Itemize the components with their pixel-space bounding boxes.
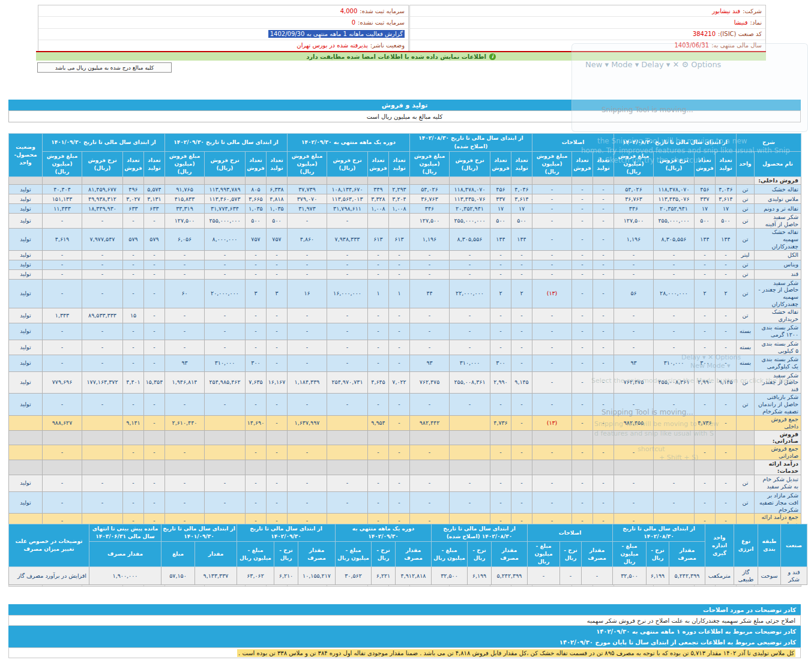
value-cell: - xyxy=(572,185,593,194)
empty-cell xyxy=(532,430,572,445)
value-cell: - xyxy=(614,250,654,260)
value-cell: ۱۲۷,۵۰۰ xyxy=(410,214,450,229)
value-cell: ۵,۵۷۴ xyxy=(144,185,165,194)
value-cell: - xyxy=(716,415,737,430)
column-header: صنعت xyxy=(781,524,807,567)
value-cell: ۱ xyxy=(368,279,389,308)
value-cell: - xyxy=(205,394,246,416)
column-header: مبلغ xyxy=(161,542,195,567)
value-cell: - xyxy=(267,250,288,260)
value-cell: ۱,۳۴۳ xyxy=(43,308,82,323)
value-cell: - xyxy=(593,340,614,355)
info-label: نماد: xyxy=(750,19,762,26)
value-cell: - xyxy=(205,308,246,323)
table-row: شکر بسته بندی ۵ کیلوییبسته--------------… xyxy=(9,340,801,355)
value-cell: - xyxy=(368,250,389,260)
empty-cell xyxy=(737,460,755,475)
empty-cell xyxy=(572,177,593,185)
value-cell: ۹۸۲,۴۴۲ xyxy=(410,415,450,430)
product-name-cell: تفاله خشک خریداری xyxy=(755,308,801,323)
empty-cell xyxy=(82,430,123,445)
value-cell: - xyxy=(123,491,144,514)
value-cell: ۳۴۹ xyxy=(368,185,389,194)
column-header: تعداد فروش xyxy=(490,152,511,177)
value-cell: - xyxy=(368,260,389,269)
column-header: مبلغ - میلیون ریال xyxy=(336,542,372,567)
value-cell: ۳۰۰ xyxy=(695,355,716,371)
value-cell: - xyxy=(532,371,572,394)
value-cell: ۴,۶۱۹ xyxy=(43,228,82,250)
value-cell: - xyxy=(205,491,246,514)
value-cell: - xyxy=(695,491,716,514)
column-header: مقدار مصرف xyxy=(89,542,161,567)
unit-cell: تن xyxy=(737,308,755,323)
value-cell: (۱۳) xyxy=(532,279,572,308)
value-cell: ۱,۰۰۸ xyxy=(389,204,410,214)
info-value: 4,000 xyxy=(340,8,358,14)
column-header: تعداد فروش xyxy=(368,152,389,177)
empty-cell xyxy=(654,177,695,185)
value-cell: - xyxy=(450,394,490,416)
value-cell: ۹۳ xyxy=(410,355,450,371)
empty-cell xyxy=(450,177,490,185)
empty-cell xyxy=(165,430,205,445)
unit-cell: بسته xyxy=(737,355,755,371)
value-cell: - xyxy=(572,279,593,308)
value-cell: ۸۰۵ xyxy=(246,185,267,194)
value-cell: ۱,۰۳۵ xyxy=(267,204,288,214)
empty-cell xyxy=(165,460,205,475)
product-name-cell: شکر سفید حاصل از چغندر - سهمیه چغندرکارا… xyxy=(755,279,801,308)
value-cell: ۳۳۷ xyxy=(490,194,511,204)
status-cell: تولید xyxy=(9,214,43,229)
value-cell xyxy=(654,445,695,460)
value-cell: ۱۴,۶۹۰ xyxy=(246,415,267,430)
value-cell: - xyxy=(144,269,165,279)
value-cell: ۹۸۲,۴۵۵ xyxy=(614,415,654,430)
value-cell: ۳۰,۵۶۲ xyxy=(336,567,372,585)
empty-cell xyxy=(205,177,246,185)
value-cell: - xyxy=(144,250,165,260)
value-cell: - xyxy=(654,323,695,340)
value-cell: ۷,۹۳۸,۳۳۳ xyxy=(327,228,368,250)
value-cell: ۵۰۰ xyxy=(695,214,716,229)
value-cell: - xyxy=(593,269,614,279)
value-cell: - xyxy=(43,214,82,229)
signature-match-notice: i اطلاعات نمایش داده شده با اطلاعات امضا… xyxy=(36,52,766,61)
value-cell: - xyxy=(593,214,614,229)
value-cell: - xyxy=(368,355,389,371)
empty-cell xyxy=(614,177,654,185)
note-section-bar: کادر توضیحات مربوط به اطلاعات دوره ۱ ماه… xyxy=(8,626,801,637)
value-cell: - xyxy=(593,194,614,204)
status-cell xyxy=(9,460,43,475)
value-cell: - xyxy=(593,355,614,371)
value-cell xyxy=(205,415,246,430)
table-row: تفاله خشکتن۴,۰۴۶۴۵۶۱۱۸,۴۷۸,۰۷۰۵۴,۰۲۶---۴… xyxy=(9,185,801,194)
value-cell: - xyxy=(389,394,410,416)
empty-cell xyxy=(410,460,450,475)
column-header: از ابتدای سال مالی تا تاریخ ۱۴۰۲/۰۸/۳۰ (… xyxy=(410,134,532,152)
value-cell: - xyxy=(288,355,327,371)
value-cell: ۱,۱۸۴,۳۳۹ xyxy=(288,371,327,394)
value-cell: ۱۰۸,۱۳۴,۶۷۰ xyxy=(327,185,368,194)
value-cell xyxy=(82,445,123,460)
column-header: مبلغ فروش (میلیون ریال) xyxy=(165,152,205,177)
report-title-row[interactable]: گزارش فعالیت ماهانه 1 ماهه منتهی به 1402… xyxy=(38,29,408,40)
value-cell: - xyxy=(205,250,246,260)
value-cell: ۳,۳۲۸ xyxy=(368,194,389,204)
unit-cell: تن xyxy=(737,228,755,250)
column-header: تعداد فروش xyxy=(695,152,716,177)
value-cell: ۶۱۳ xyxy=(389,228,410,250)
value-cell: - xyxy=(511,269,532,279)
value-cell: - xyxy=(695,340,716,355)
value-cell: - xyxy=(572,491,593,514)
value-cell: - xyxy=(288,491,327,514)
value-cell: - xyxy=(288,308,327,323)
value-cell: - xyxy=(490,340,511,355)
note-section-bar: کادر توضیحات در مورد اصلاحات xyxy=(8,604,801,615)
report-title-link[interactable]: گزارش فعالیت ماهانه 1 ماهه منتهی به 1402… xyxy=(268,30,405,38)
product-name-cell: شکر بسته بندی یک کیلوگرمی xyxy=(755,355,801,371)
value-cell: - xyxy=(288,269,327,279)
amounts-subtitle: کلیه مبالغ به میلیون ریال است xyxy=(8,110,801,122)
value-cell: ۹۱,۷۶۵ xyxy=(165,185,205,194)
value-cell: - xyxy=(82,250,123,260)
